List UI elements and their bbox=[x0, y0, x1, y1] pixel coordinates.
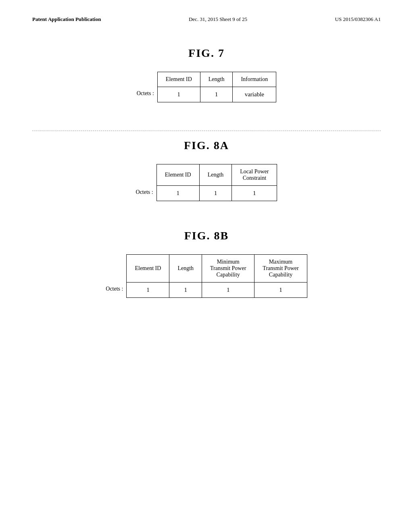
fig8b-header-row: Element ID Length MinimumTransmit PowerC… bbox=[127, 255, 307, 283]
fig8a-val-length: 1 bbox=[199, 186, 232, 201]
page-header: Patent Application Publication Dec. 31, … bbox=[32, 16, 381, 23]
fig8b-val-length: 1 bbox=[169, 283, 202, 298]
fig8a-table: Element ID Length Local PowerConstraint … bbox=[156, 164, 277, 201]
fig7-header-row: Element ID Length Information bbox=[157, 72, 276, 87]
fig8b-octets-label: Octets : bbox=[106, 286, 126, 298]
header-right: US 2015/0382306 A1 bbox=[335, 16, 381, 23]
fig8b-table: Element ID Length MinimumTransmit PowerC… bbox=[126, 254, 307, 298]
fig7-table: Element ID Length Information 1 1 variab… bbox=[157, 72, 276, 102]
header-left: Patent Application Publication bbox=[32, 16, 101, 23]
fig8b-section: FIG. 8B Octets : Element ID Length Minim… bbox=[32, 229, 381, 298]
fig8a-val-element-id: 1 bbox=[156, 186, 199, 201]
fig7-table-wrapper: Element ID Length Information 1 1 variab… bbox=[157, 72, 276, 102]
fig8b-value-row: 1 1 1 1 bbox=[127, 283, 307, 298]
fig8b-val-max-transmit: 1 bbox=[254, 283, 307, 298]
fig7-octets-label: Octets : bbox=[137, 90, 157, 102]
fig7-val-element-id: 1 bbox=[157, 87, 200, 102]
fig8b-val-min-transmit: 1 bbox=[202, 283, 254, 298]
fig7-val-length: 1 bbox=[200, 87, 233, 102]
dotted-separator-1 bbox=[32, 131, 381, 131]
fig7-section: FIG. 7 Octets : Element ID Length Inform… bbox=[32, 47, 381, 102]
fig8a-section: FIG. 8A Octets : Element ID Length Local… bbox=[32, 139, 381, 201]
fig8b-table-wrapper: Element ID Length MinimumTransmit PowerC… bbox=[126, 254, 307, 298]
fig8a-col-length: Length bbox=[199, 164, 232, 186]
fig7-col-element-id: Element ID bbox=[157, 72, 200, 87]
fig7-val-information: variable bbox=[233, 87, 276, 102]
fig8a-title: FIG. 8A bbox=[32, 139, 381, 152]
fig7-table-area: Octets : Element ID Length Information 1… bbox=[32, 72, 381, 102]
fig8a-table-area: Octets : Element ID Length Local PowerCo… bbox=[32, 164, 381, 201]
fig7-col-information: Information bbox=[233, 72, 276, 87]
fig8a-val-local-power: 1 bbox=[232, 186, 277, 201]
fig8b-col-length: Length bbox=[169, 255, 202, 283]
fig8a-col-element-id: Element ID bbox=[156, 164, 199, 186]
page: Patent Application Publication Dec. 31, … bbox=[0, 0, 413, 532]
fig8b-col-element-id: Element ID bbox=[127, 255, 169, 283]
fig8b-col-min-transmit: MinimumTransmit PowerCapability bbox=[202, 255, 254, 283]
fig8a-octets-label: Octets : bbox=[136, 189, 156, 201]
header-center: Dec. 31, 2015 Sheet 9 of 25 bbox=[189, 16, 247, 23]
fig8b-val-element-id: 1 bbox=[127, 283, 169, 298]
fig7-col-length: Length bbox=[200, 72, 233, 87]
fig8b-title: FIG. 8B bbox=[32, 229, 381, 242]
fig8b-col-max-transmit: MaximumTransmit PowerCapability bbox=[254, 255, 307, 283]
fig7-title: FIG. 7 bbox=[32, 47, 381, 60]
fig7-value-row: 1 1 variable bbox=[157, 87, 276, 102]
fig8a-header-row: Element ID Length Local PowerConstraint bbox=[156, 164, 277, 186]
fig8a-col-local-power: Local PowerConstraint bbox=[232, 164, 277, 186]
fig8a-table-wrapper: Element ID Length Local PowerConstraint … bbox=[156, 164, 277, 201]
fig8a-value-row: 1 1 1 bbox=[156, 186, 277, 201]
fig8b-table-area: Octets : Element ID Length MinimumTransm… bbox=[32, 254, 381, 298]
